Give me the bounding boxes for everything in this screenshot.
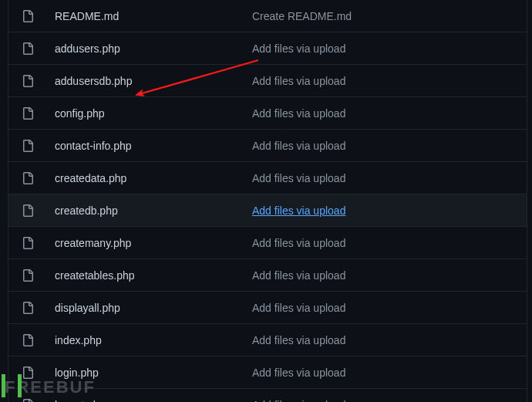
table-row: addusersdb.phpAdd files via upload (8, 65, 527, 97)
file-icon (22, 367, 34, 379)
file-name-link[interactable]: createmany.php (55, 237, 131, 249)
file-name-link[interactable]: README.md (55, 10, 119, 22)
table-row: createdata.phpAdd files via upload (8, 162, 527, 194)
commit-message-link[interactable]: Add files via upload (252, 42, 345, 55)
commit-message-link[interactable]: Add files via upload (252, 399, 345, 402)
commit-message-link[interactable]: Add files via upload (252, 367, 345, 379)
file-icon (22, 204, 34, 217)
file-icon (22, 107, 34, 120)
file-icon (22, 302, 34, 314)
file-name-link[interactable]: config.php (55, 107, 105, 120)
file-icon (22, 75, 34, 87)
commit-message-link[interactable]: Add files via upload (252, 172, 345, 184)
table-row: logout.phpAdd files via upload (8, 389, 527, 403)
table-row: README.mdCreate README.md (8, 0, 527, 32)
table-row: createmany.phpAdd files via upload (8, 227, 527, 259)
table-row: addusers.phpAdd files via upload (8, 32, 527, 65)
file-name-link[interactable]: contact-info.php (55, 140, 132, 152)
commit-message-link[interactable]: Add files via upload (252, 140, 345, 152)
commit-message-link[interactable]: Add files via upload (252, 269, 345, 282)
commit-message-link[interactable]: Add files via upload (252, 204, 345, 217)
table-row: displayall.phpAdd files via upload (8, 292, 527, 324)
commit-message-link[interactable]: Add files via upload (252, 334, 345, 346)
file-name-link[interactable]: displayall.php (55, 302, 120, 314)
file-name-link[interactable]: createdata.php (55, 172, 126, 184)
table-row: createtables.phpAdd files via upload (8, 259, 527, 292)
file-icon (22, 269, 34, 282)
table-row: index.phpAdd files via upload (8, 324, 527, 356)
file-icon (22, 334, 34, 346)
file-icon (22, 10, 34, 22)
file-name-link[interactable]: addusers.php (55, 42, 120, 55)
commit-message-link[interactable]: Add files via upload (252, 302, 345, 314)
table-row: login.phpAdd files via upload (8, 356, 527, 389)
file-name-link[interactable]: addusersdb.php (55, 75, 132, 87)
file-name-link[interactable]: logout.php (55, 399, 105, 402)
file-name-link[interactable]: login.php (55, 367, 99, 379)
file-icon (22, 237, 34, 249)
file-icon (22, 172, 34, 184)
commit-message-link[interactable]: Add files via upload (252, 75, 345, 87)
file-table: README.mdCreate README.mdaddusers.phpAdd… (8, 0, 527, 402)
table-row: contact-info.phpAdd files via upload (8, 130, 527, 162)
file-icon (22, 399, 34, 402)
file-name-link[interactable]: createdb.php (55, 204, 118, 217)
file-name-link[interactable]: index.php (55, 334, 102, 346)
commit-message-link[interactable]: Add files via upload (252, 107, 345, 120)
commit-message-link[interactable]: Add files via upload (252, 237, 345, 249)
file-icon (22, 140, 34, 152)
file-name-link[interactable]: createtables.php (55, 269, 135, 282)
file-list-panel: README.mdCreate README.mdaddusers.phpAdd… (8, 0, 527, 402)
table-row: createdb.phpAdd files via upload (8, 194, 527, 227)
table-row: config.phpAdd files via upload (8, 97, 527, 130)
commit-message-link[interactable]: Create README.md (252, 10, 352, 22)
file-icon (22, 42, 34, 55)
